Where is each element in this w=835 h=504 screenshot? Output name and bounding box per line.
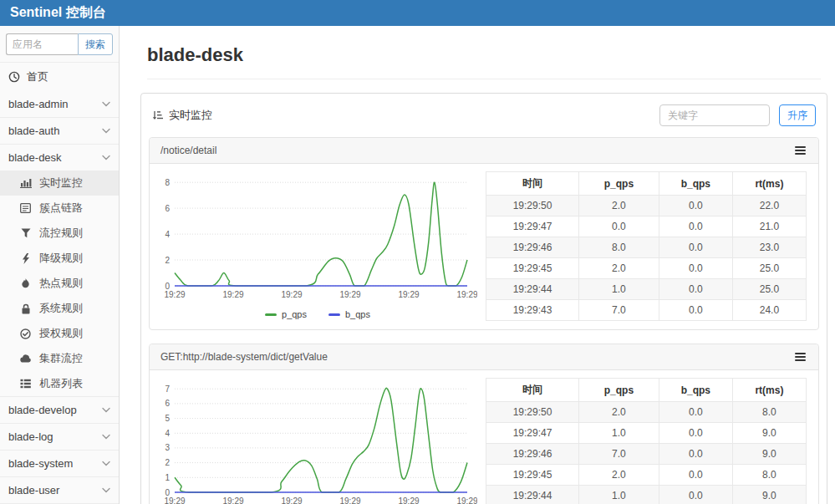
chevron-down-icon [102,407,110,413]
svg-text:1: 1 [165,473,170,482]
table-cell: 0.0 [659,196,732,216]
legend-item-b_qps[interactable]: b_qps [328,309,370,319]
column-header: 时间 [486,379,579,402]
table-header-row: 时间p_qpsb_qpsrt(ms) [486,172,807,196]
qps-line-chart: 0123456719:2919:2919:2919:2919:2919:29 [150,377,477,504]
svg-text:19:29: 19:29 [222,496,243,504]
table-cell: 19:29:43 [486,300,579,321]
legend-item-p_qps[interactable]: p_qps [265,309,307,319]
table-cell: 2.0 [579,402,659,423]
sidebar-item-cluster-flow[interactable]: 集群流控 [0,346,119,371]
sidebar-item-label: 系统规则 [39,301,83,316]
table-cell: 19:29:50 [486,402,579,423]
keyword-input[interactable] [659,104,770,126]
sidebar-item-hotspot-rules[interactable]: 热点规则 [0,271,119,296]
sidebar-item-home[interactable]: 首页 [0,62,119,91]
metrics-table: 时间p_qpsb_qpsrt(ms)19:29:502.00.022.019:2… [486,171,807,321]
main-content: blade-desk 实时监控 升序 /notice/detail0246819… [120,26,835,504]
app-search-button[interactable]: 搜索 [78,33,113,55]
table-cell: 19:29:47 [486,216,579,237]
sidebar-item-machine-list[interactable]: 机器列表 [0,371,119,396]
chevron-down-icon [102,487,110,493]
app-search-input[interactable] [6,33,78,55]
svg-text:19:29: 19:29 [398,496,419,504]
svg-text:19:29: 19:29 [164,290,185,299]
lightning-icon [19,253,32,264]
sidebar-item-label: 簇点链路 [39,201,83,216]
sidebar-item-blade-admin[interactable]: blade-admin [0,91,119,117]
sidebar-item-blade-system[interactable]: blade-system [0,450,119,476]
table-cell: 19:29:44 [486,486,579,504]
hamburger-menu-icon[interactable] [793,351,807,363]
lock-icon [19,303,32,314]
resource-panel: /notice/detail0246819:2919:2919:2919:291… [149,137,819,330]
table-cell: 19:29:47 [486,423,579,444]
table-header-row: 时间p_qpsb_qpsrt(ms) [486,379,807,402]
sort-ascending-button[interactable]: 升序 [779,104,816,126]
table-cell: 19:29:46 [486,444,579,465]
table-cell: 0.0 [659,444,732,465]
svg-text:19:29: 19:29 [281,290,302,299]
table-cell: 0.0 [659,258,732,279]
sidebar-item-flow-rules[interactable]: 流控规则 [0,221,119,246]
table-cell: 2.0 [579,465,659,486]
chart-area: 0123456719:2919:2919:2919:2919:2919:29p_… [150,374,486,504]
svg-text:19:29: 19:29 [398,290,419,299]
sidebar-item-label: blade-system [8,457,73,470]
sidebar-item-blade-log[interactable]: blade-log [0,423,119,450]
svg-text:19:29: 19:29 [456,290,477,299]
sidebar-item-realtime-monitor[interactable]: 实时监控 [0,171,119,196]
svg-text:19:29: 19:29 [339,496,360,504]
sidebar-item-blade-develop[interactable]: blade-develop [0,396,119,423]
table-row: 19:29:468.00.023.0 [486,237,807,258]
table-cell: 21.0 [732,216,806,237]
svg-text:19:29: 19:29 [164,496,185,504]
table-cell: 2.0 [579,196,659,216]
app-header: Sentinel 控制台 [0,0,835,26]
svg-text:6: 6 [165,204,170,213]
column-header: rt(ms) [732,172,806,196]
sidebar-item-blade-desk[interactable]: blade-desk [0,144,119,171]
table-cell: 1.0 [579,486,659,504]
table-cell: 25.0 [732,279,806,300]
legend-swatch [265,313,277,316]
chevron-down-icon [102,128,110,134]
sidebar-item-degrade-rules[interactable]: 降级规则 [0,246,119,271]
table-cell: 0.0 [659,216,732,237]
table-cell: 9.0 [732,444,806,465]
table-row: 19:29:452.00.025.0 [486,258,807,279]
table-cell: 9.0 [732,486,806,504]
chart-legend: p_qpsb_qps [150,306,486,323]
sidebar-item-cluster-point-link[interactable]: 簇点链路 [0,196,119,221]
table-row: 19:29:437.00.024.0 [486,300,807,321]
sidebar-app-list: blade-adminblade-authblade-desk实时监控簇点链路流… [0,91,119,504]
sidebar-item-authority-rules[interactable]: 授权规则 [0,321,119,346]
sidebar-item-label: blade-log [8,430,53,443]
svg-text:19:29: 19:29 [456,496,477,504]
resource-panel-body: 0123456719:2919:2919:2919:2919:2919:29p_… [150,370,818,504]
check-circle-icon [19,328,32,339]
sidebar-item-label: 降级规则 [39,251,83,266]
table-row: 19:29:502.00.08.0 [486,402,807,423]
filter-icon [19,228,32,238]
sidebar-item-blade-user[interactable]: blade-user [0,476,119,503]
legend-label: p_qps [282,309,307,319]
resource-panel-header: GET:http://blade-system/dict/getValue [150,344,818,370]
metrics-table-area: 时间p_qpsb_qpsrt(ms)19:29:502.00.022.019:2… [486,167,812,328]
hamburger-menu-icon[interactable] [793,145,807,156]
sidebar-item-system-rules[interactable]: 系统规则 [0,296,119,321]
table-row: 19:29:467.00.09.0 [486,444,807,465]
resource-panel-list: /notice/detail0246819:2919:2919:2919:291… [149,137,819,504]
chart-area: 0246819:2919:2919:2919:2919:2919:29p_qps… [150,167,486,328]
clock-icon [8,71,20,83]
title-divider [147,79,821,79]
svg-text:6: 6 [165,399,170,408]
legend-label: b_qps [345,309,370,319]
table-cell: 19:29:50 [486,196,579,216]
svg-text:0: 0 [165,488,170,497]
monitor-title: 实时监控 [169,108,212,123]
sidebar-item-blade-auth[interactable]: blade-auth [0,117,119,144]
table-cell: 0.0 [659,300,732,321]
svg-text:4: 4 [165,429,170,438]
table-cell: 8.0 [579,237,659,258]
